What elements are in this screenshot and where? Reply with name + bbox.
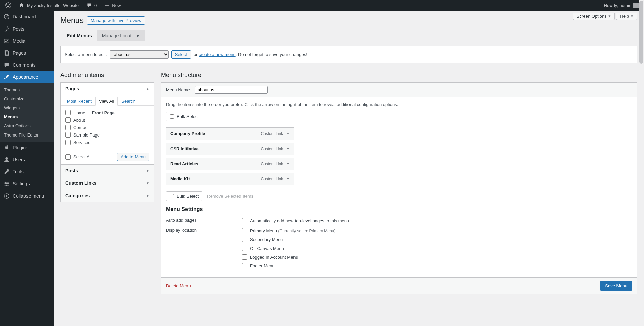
caret-down-icon: ▼: [630, 14, 634, 18]
howdy-text: Howdy, admin: [604, 3, 631, 8]
structure-header: Menu Name: [161, 83, 637, 97]
location-checkbox[interactable]: [242, 246, 247, 251]
scrollbar-thumb[interactable]: [639, 1, 643, 64]
location-option[interactable]: Logged In Account Menu: [242, 253, 335, 261]
page-checkbox[interactable]: [65, 132, 71, 138]
sidebar-item-tools[interactable]: Tools: [0, 166, 54, 178]
account-link[interactable]: Howdy, admin: [601, 0, 641, 11]
caret-down-icon[interactable]: ▼: [286, 147, 290, 151]
comments-link[interactable]: 0: [84, 0, 99, 11]
sub-theme-editor[interactable]: Theme File Editor: [0, 130, 54, 140]
acc-custom-links-head[interactable]: Custom Links▼: [61, 177, 154, 189]
comments-count: 0: [94, 3, 97, 8]
admin-top-bar: My Zacky Installer Website 0 New Howdy, …: [0, 0, 644, 11]
tab-edit-menus[interactable]: Edit Menus: [62, 30, 97, 41]
page-title: Menus: [60, 16, 84, 25]
bulk-select-checkbox[interactable]: [170, 114, 174, 119]
pages-tab-viewall[interactable]: View All: [95, 97, 118, 106]
structure-heading: Menu structure: [161, 72, 637, 79]
svg-point-8: [5, 182, 7, 183]
user-icon: [3, 156, 10, 163]
wp-logo[interactable]: [3, 0, 14, 11]
location-option[interactable]: Secondary Menu: [242, 236, 335, 243]
sidebar-item-label: Comments: [13, 62, 36, 68]
sidebar-item-collapse[interactable]: Collapse menu: [0, 190, 54, 202]
bulk-select-top[interactable]: Bulk Select: [166, 112, 202, 121]
page-checkbox-row[interactable]: Home — Front Page: [65, 109, 149, 116]
help-button[interactable]: Help ▼: [616, 13, 637, 20]
location-option[interactable]: Footer Menu: [242, 262, 335, 269]
auto-add-checkbox[interactable]: [242, 218, 247, 223]
sub-themes[interactable]: Themes: [0, 85, 54, 94]
location-option[interactable]: Primary Menu (Currently set to: Primary …: [242, 227, 335, 234]
location-option[interactable]: Off-Canvas Menu: [242, 245, 335, 252]
pages-tab-search[interactable]: Search: [118, 97, 139, 105]
create-menu-link[interactable]: create a new menu: [199, 52, 236, 57]
screen-options-button[interactable]: Screen Options ▼: [573, 13, 615, 20]
page-checkbox-row[interactable]: Contact: [65, 124, 149, 131]
menu-name-input[interactable]: [195, 86, 268, 94]
page-checkbox-row[interactable]: About: [65, 116, 149, 124]
bulk-select-checkbox[interactable]: [170, 194, 174, 198]
location-checkbox[interactable]: [242, 254, 247, 260]
new-content-link[interactable]: New: [101, 0, 123, 11]
sidebar-item-media[interactable]: Media: [0, 35, 54, 47]
sidebar-item-appearance[interactable]: Appearance: [0, 71, 54, 83]
sidebar-item-pages[interactable]: Pages: [0, 47, 54, 59]
sidebar-item-plugins[interactable]: Plugins: [0, 142, 54, 154]
dashboard-icon: [3, 13, 10, 20]
menu-item[interactable]: Company ProfileCustom Link▼: [166, 127, 294, 140]
sidebar-item-settings[interactable]: Settings: [0, 178, 54, 190]
add-to-menu-button[interactable]: Add to Menu: [117, 153, 149, 161]
menu-select-dropdown[interactable]: about us: [110, 50, 169, 59]
caret-down-icon[interactable]: ▼: [286, 162, 290, 166]
sub-customize[interactable]: Customize: [0, 94, 54, 103]
sidebar-item-posts[interactable]: Posts: [0, 23, 54, 35]
svg-point-10: [6, 185, 7, 186]
sidebar-item-users[interactable]: Users: [0, 154, 54, 166]
menu-item[interactable]: Media KitCustom Link▼: [166, 173, 294, 185]
location-checkbox[interactable]: [242, 228, 247, 233]
page-checkbox[interactable]: [65, 125, 71, 130]
caret-down-icon[interactable]: ▼: [286, 177, 290, 181]
sub-astra[interactable]: Astra Options: [0, 121, 54, 130]
nav-tabs: Edit Menus Manage Locations: [62, 30, 637, 41]
caret-down-icon[interactable]: ▼: [286, 132, 290, 135]
menu-items-list: Company ProfileCustom Link▼ CSR Initiati…: [166, 127, 294, 185]
menu-item[interactable]: Read ArticlesCustom Link▼: [166, 158, 294, 170]
sidebar-item-comments[interactable]: Comments: [0, 59, 54, 71]
scrollbar[interactable]: [639, 0, 644, 326]
location-checkbox[interactable]: [242, 263, 247, 268]
auto-add-option[interactable]: Automatically add new top-level pages to…: [242, 217, 349, 224]
page-checkbox[interactable]: [65, 117, 71, 123]
sub-menus[interactable]: Menus: [0, 112, 54, 121]
menu-item[interactable]: CSR InitiativeCustom Link▼: [166, 143, 294, 155]
bulk-select-bottom[interactable]: Bulk Select: [166, 191, 202, 201]
select-all-row[interactable]: Select All: [65, 153, 91, 161]
page-checkbox[interactable]: [65, 140, 71, 145]
plus-icon: [104, 2, 110, 8]
delete-menu-link[interactable]: Delete Menu: [166, 283, 191, 288]
site-home-link[interactable]: My Zacky Installer Website: [16, 0, 82, 11]
acc-categories-head[interactable]: Categories▼: [61, 189, 154, 202]
sub-widgets[interactable]: Widgets: [0, 103, 54, 112]
pages-tab-recent[interactable]: Most Recent: [63, 97, 95, 105]
save-menu-button[interactable]: Save Menu: [600, 281, 632, 291]
select-all-checkbox[interactable]: [65, 154, 71, 160]
tab-manage-locations[interactable]: Manage Locations: [97, 30, 145, 41]
sidebar-item-label: Media: [13, 38, 25, 44]
location-checkbox[interactable]: [242, 237, 247, 242]
page-checkbox-row[interactable]: Sample Page: [65, 131, 149, 139]
acc-posts-head[interactable]: Posts▼: [61, 164, 154, 177]
wordpress-icon: [5, 2, 11, 8]
select-button[interactable]: Select: [171, 50, 191, 59]
structure-instructions: Drag the items into the order you prefer…: [166, 102, 632, 107]
remove-selected-link: Remove Selected Items: [207, 194, 253, 199]
sidebar-item-dashboard[interactable]: Dashboard: [0, 11, 54, 23]
select-label: Select a menu to edit:: [65, 52, 107, 57]
acc-pages-head[interactable]: Pages▲: [61, 83, 154, 95]
caret-down-icon: ▼: [146, 181, 149, 185]
live-preview-button[interactable]: Manage with Live Preview: [87, 16, 145, 25]
page-checkbox[interactable]: [65, 110, 71, 115]
page-checkbox-row[interactable]: Services: [65, 139, 149, 146]
